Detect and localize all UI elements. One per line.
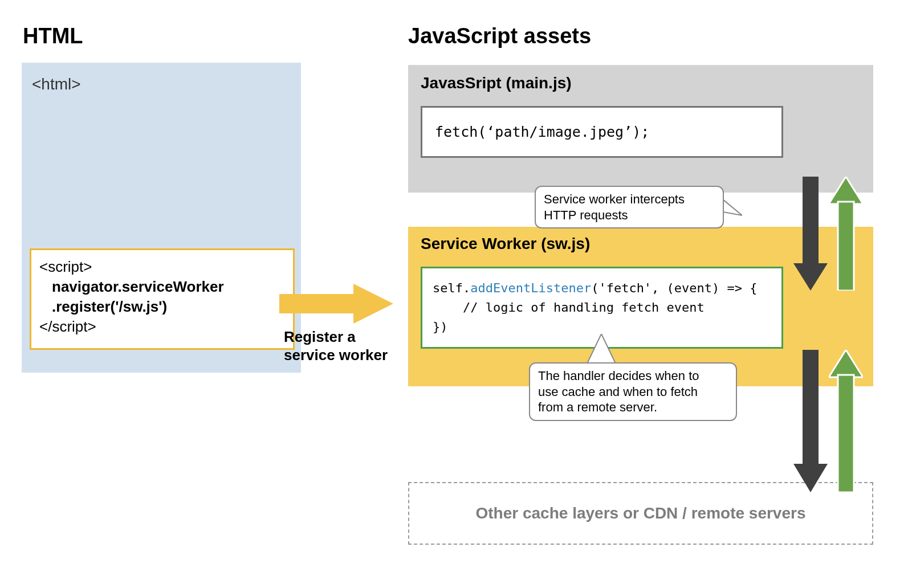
html-open-tag: <html> [32,75,81,93]
callout-handler-tail-icon [581,334,621,366]
script-line-2: .register('/sw.js') [39,297,285,317]
heading-js-assets: JavaScript assets [408,24,591,48]
arrow-down-main-to-sw-icon [793,177,828,291]
svg-rect-7 [803,350,819,467]
arrow-up-server-to-sw-icon [829,350,863,492]
script-close-tag: </script> [39,317,285,337]
remote-servers-label: Other cache layers or CDN / remote serve… [476,504,806,522]
svg-marker-1 [723,199,742,215]
fetch-code-box: fetch(‘path/image.jpeg’); [421,106,783,158]
arrow-down-sw-to-server-icon [793,350,828,492]
mainjs-title: JavasSript (main.js) [421,74,861,92]
sw-code-rest1: ('fetch', (event) => { [591,281,757,295]
sw-code-line2: // logic of handling fetch event [433,300,705,315]
mainjs-panel: JavasSript (main.js) fetch(‘path/image.j… [408,65,873,193]
register-arrow-icon [279,284,393,324]
svg-marker-4 [793,263,828,291]
heading-html: HTML [23,24,83,48]
script-open-tag: <script> [39,257,285,277]
script-registration-box: <script> navigator.serviceWorker .regist… [30,248,295,350]
svg-rect-3 [803,177,819,267]
html-panel: <html> <script> navigator.serviceWorker … [22,63,301,373]
svg-marker-0 [279,284,393,324]
sw-code-keyword: addEventListener [470,281,591,295]
callout-handler: The handler decides when to use cache an… [529,362,737,421]
sw-code-line3: }) [433,320,448,334]
svg-marker-9 [829,350,863,377]
svg-marker-8 [793,464,828,492]
svg-marker-5 [829,177,863,204]
callout-intercept: Service worker intercepts HTTP requests [535,186,724,228]
sw-code-pre: self. [433,281,470,295]
register-label: Register a service worker [284,328,415,364]
script-line-1: navigator.serviceWorker [39,277,285,297]
arrow-up-sw-to-main-icon [829,177,863,291]
svg-rect-6 [838,202,854,291]
svg-rect-10 [838,375,854,492]
svg-marker-2 [587,334,616,364]
